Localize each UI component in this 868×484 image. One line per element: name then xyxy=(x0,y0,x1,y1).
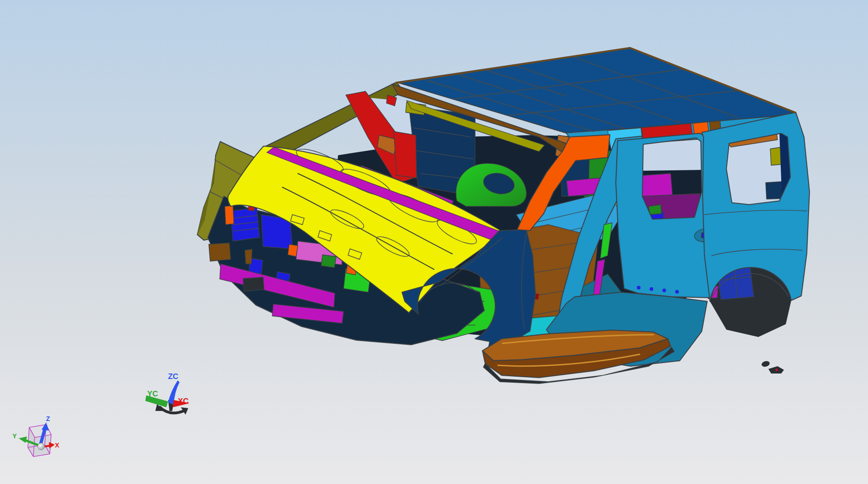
cad-model-canvas[interactable]: ZC YC XC Z Y X xyxy=(0,0,868,484)
view-z-label: Z xyxy=(46,415,50,422)
rocker-bolt-2 xyxy=(650,287,653,291)
cad-viewport[interactable]: ZC YC XC Z Y X xyxy=(0,0,868,484)
view-x-axis-head[interactable] xyxy=(49,442,55,448)
wcs-triad[interactable]: ZC YC XC xyxy=(145,372,190,415)
loose-part-small[interactable] xyxy=(761,360,770,368)
front-bracket-orange-a[interactable] xyxy=(288,244,298,257)
view-y-label: Y xyxy=(12,432,17,440)
cargo-bracket-green[interactable] xyxy=(649,205,662,215)
front-bracket-brown-b[interactable] xyxy=(245,249,252,264)
front-bracket-brown-a[interactable] xyxy=(209,243,231,261)
rocker-bolt-1 xyxy=(637,286,640,289)
wcs-y-label: YC xyxy=(147,389,158,398)
rocker-bolt-4 xyxy=(675,290,679,294)
tow-bracket-dark[interactable] xyxy=(243,277,264,291)
wcs-x-label: XC xyxy=(178,397,189,405)
firewall-column-red[interactable] xyxy=(394,132,417,178)
view-origin-sphere[interactable] xyxy=(38,443,45,450)
front-strip-orange[interactable] xyxy=(225,205,234,225)
loose-bracket-parts[interactable] xyxy=(761,360,784,374)
view-x-label: X xyxy=(55,442,59,449)
front-bracket-green-a[interactable] xyxy=(321,255,336,268)
loose-part-dot-red xyxy=(776,369,778,371)
rocker-bolt-3 xyxy=(662,289,666,292)
view-y-axis-head[interactable] xyxy=(19,437,27,443)
view-triad[interactable]: Z Y X xyxy=(12,415,59,457)
wcs-z-label: ZC xyxy=(168,372,179,381)
